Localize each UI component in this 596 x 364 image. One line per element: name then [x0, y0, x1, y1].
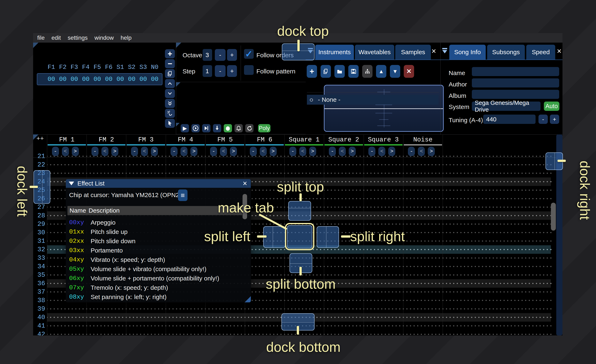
order-cell[interactable]: 00: [71, 76, 78, 83]
order-cell[interactable]: 00: [151, 76, 158, 83]
author-field[interactable]: [472, 78, 559, 87]
split-top-target[interactable]: [288, 201, 311, 221]
instrument-list-item[interactable]: ○ - None -: [307, 95, 439, 105]
order-cell[interactable]: 00: [117, 76, 124, 83]
deep-clone-button[interactable]: [165, 109, 175, 118]
menu-item-window[interactable]: window: [94, 35, 114, 41]
add-order-button[interactable]: +: [165, 49, 175, 58]
channel-min-button[interactable]: -: [210, 147, 217, 156]
tuning-value[interactable]: 440: [483, 115, 536, 124]
instrument-editor-button[interactable]: [362, 65, 372, 78]
channel-header-square-1[interactable]: Square 1: [284, 136, 324, 143]
step-decrease-button[interactable]: -: [215, 65, 226, 77]
effect-row-08xy[interactable]: 08xySet panning (x: left; y: right): [67, 292, 242, 302]
resize-grip[interactable]: [245, 296, 251, 302]
order-cell[interactable]: 00: [140, 76, 147, 83]
channel-header-fm-2[interactable]: FM 2: [87, 136, 126, 143]
menu-item-edit[interactable]: edit: [52, 35, 61, 41]
tab-song-info[interactable]: Song Info: [449, 45, 486, 59]
channel-header-fm-3[interactable]: FM 3: [126, 136, 165, 143]
channel-min-button[interactable]: -: [329, 147, 336, 156]
record-button[interactable]: [224, 124, 232, 132]
play-pattern-button[interactable]: [191, 124, 200, 132]
channel-header-fm-5[interactable]: FM 5: [205, 136, 245, 143]
channel-header-square-2[interactable]: Square 2: [324, 136, 363, 143]
order-cell[interactable]: 00: [59, 76, 67, 83]
duplicate-instrument-button[interactable]: [320, 65, 331, 78]
order-cell[interactable]: 00: [82, 76, 89, 83]
channel-min-button[interactable]: -: [408, 147, 415, 156]
order-cell[interactable]: 00: [105, 76, 112, 83]
channel-shrink-button[interactable]: <: [299, 147, 306, 156]
channel-shrink-button[interactable]: <: [141, 147, 148, 156]
channel-expand-button[interactable]: >: [72, 147, 79, 156]
play-button[interactable]: ▶: [181, 124, 189, 132]
channel-expand-button[interactable]: >: [111, 147, 118, 156]
effect-row-03xx[interactable]: 03xxPortamento: [67, 246, 242, 255]
move-order-down-button[interactable]: [165, 89, 175, 98]
channel-expand-button[interactable]: >: [151, 147, 158, 156]
channel-min-button[interactable]: -: [368, 147, 375, 156]
split-left-target[interactable]: [263, 226, 286, 248]
close-icon[interactable]: ×: [243, 179, 247, 188]
octave-increase-button[interactable]: +: [227, 49, 237, 61]
album-field[interactable]: [472, 90, 559, 99]
effect-row-05xy[interactable]: 05xyVolume slide + vibrato (compatibilit…: [67, 264, 242, 274]
channel-shrink-button[interactable]: <: [220, 147, 227, 156]
channel-header-square-3[interactable]: Square 3: [364, 136, 403, 143]
add-channel-button[interactable]: ++: [37, 135, 44, 142]
pattern-row-23[interactable]: 23: [33, 169, 557, 177]
channel-header-fm-1[interactable]: FM 1: [47, 136, 87, 143]
move-order-up-button[interactable]: [165, 79, 175, 88]
step-increase-button[interactable]: +: [227, 65, 237, 77]
order-cell[interactable]: 00: [128, 76, 135, 83]
order-cell[interactable]: 00: [48, 76, 55, 83]
channel-expand-button[interactable]: >: [388, 147, 395, 156]
pattern-row-42[interactable]: 42: [33, 330, 557, 335]
save-instrument-button[interactable]: [348, 65, 359, 78]
effect-row-09xx[interactable]: 09xxSet groove pattern (speed 1 if no gr…: [67, 302, 242, 302]
tab-speed[interactable]: Speed: [526, 45, 555, 59]
effect-row-07xy[interactable]: 07xyTremolo (x: speed; y: depth): [67, 283, 242, 292]
split-right-target[interactable]: [317, 226, 339, 248]
channel-shrink-button[interactable]: <: [378, 147, 385, 156]
channel-min-button[interactable]: -: [250, 147, 257, 156]
menu-item-help[interactable]: help: [121, 35, 132, 41]
channel-expand-button[interactable]: >: [309, 147, 316, 156]
order-cell[interactable]: 00: [94, 76, 101, 83]
channel-shrink-button[interactable]: <: [101, 147, 108, 156]
channel-shrink-button[interactable]: <: [339, 147, 346, 156]
pattern-scrollbar-thumb[interactable]: [551, 203, 556, 231]
channel-min-button[interactable]: -: [91, 147, 98, 156]
channel-expand-button[interactable]: >: [190, 147, 197, 156]
channel-expand-button[interactable]: >: [270, 147, 277, 156]
channel-min-button[interactable]: -: [131, 147, 138, 156]
step-row-button[interactable]: [213, 124, 221, 132]
add-instrument-button[interactable]: +: [307, 65, 317, 78]
order-edit-mode-button[interactable]: [165, 119, 175, 128]
tab-instruments[interactable]: Instruments: [315, 45, 354, 59]
effect-list-titlebar[interactable]: Effect List ×: [66, 179, 251, 188]
channel-header-noise[interactable]: Noise: [403, 136, 443, 143]
channel-shrink-button[interactable]: <: [62, 147, 69, 156]
effect-row-00xy[interactable]: 00xyArpeggio: [67, 218, 242, 227]
step-value[interactable]: 1: [203, 65, 212, 77]
name-field[interactable]: [472, 67, 559, 76]
delete-instrument-button[interactable]: ✕: [404, 65, 414, 78]
tab-samples[interactable]: Samples: [395, 45, 431, 59]
repeat-pattern-button[interactable]: [245, 124, 253, 132]
channel-min-button[interactable]: -: [52, 147, 59, 156]
duplicate-order-button[interactable]: [165, 69, 175, 78]
move-instrument-down-button[interactable]: ▼: [390, 65, 400, 78]
play-from-cursor-button[interactable]: [202, 124, 210, 132]
channel-header-fm-6[interactable]: FM 6: [245, 136, 284, 143]
effect-row-06xy[interactable]: 06xyVolume slide + portamento (compatibi…: [67, 274, 242, 283]
channel-shrink-button[interactable]: <: [180, 147, 187, 156]
channel-shrink-button[interactable]: <: [418, 147, 425, 156]
octave-value[interactable]: 3: [203, 49, 212, 61]
octave-decrease-button[interactable]: -: [215, 49, 226, 61]
move-instrument-up-button[interactable]: ▲: [376, 65, 386, 78]
tab-wavetables[interactable]: Wavetables: [355, 45, 394, 59]
effect-row-04xy[interactable]: 04xyVibrato (x: speed; y: depth): [67, 255, 242, 264]
system-value[interactable]: Sega Genesis/Mega Drive: [472, 102, 541, 111]
